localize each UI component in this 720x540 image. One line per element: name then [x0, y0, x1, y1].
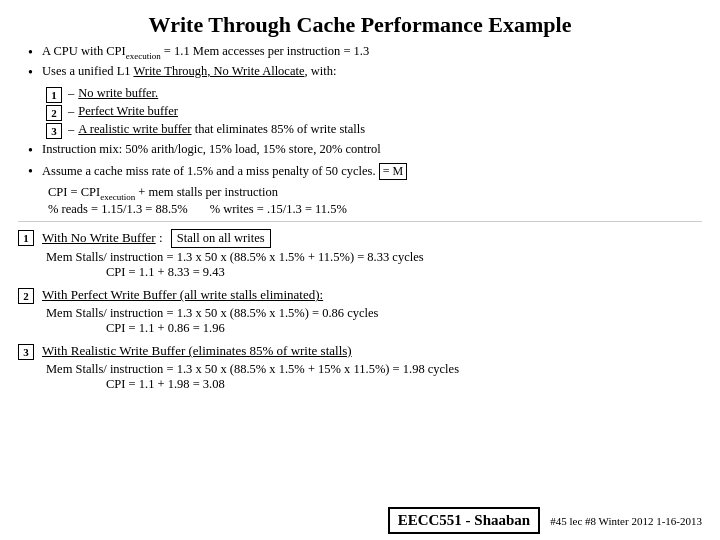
page: { "title": "Write Through Cache Performa… — [0, 0, 720, 540]
section-1-line-2: CPI = 1.1 + 8.33 = 9.43 — [106, 265, 702, 280]
bullet-4: • Assume a cache miss rate of 1.5% and a… — [28, 163, 702, 181]
m-box: = M — [379, 163, 407, 180]
numbered-item-1: 1 – No write buffer. — [46, 86, 702, 103]
footer: EECC551 - Shaaban #45 lec #8 Winter 2012… — [388, 507, 702, 534]
section-1: 1 With No Write Buffer : Stall on all wr… — [18, 229, 702, 280]
numbered-item-3: 3 – A realistic write buffer that elimin… — [46, 122, 702, 139]
section-2: 2 With Perfect Write Buffer (all write s… — [18, 287, 702, 336]
bullet-3: • Instruction mix: 50% arith/logic, 15% … — [28, 142, 702, 160]
section-2-line-2: CPI = 1.1 + 0.86 = 1.96 — [106, 321, 702, 336]
bullet-1: • A CPU with CPIexecution = 1.1 Mem acce… — [28, 44, 702, 62]
section-1-line-1: Mem Stalls/ instruction = 1.3 x 50 x (88… — [46, 250, 702, 265]
stall-box: Stall on all writes — [171, 229, 271, 248]
eecc-label: EECC551 - Shaaban — [388, 507, 541, 534]
formula-reads-writes: % reads = 1.15/1.3 = 88.5% % writes = .1… — [48, 202, 702, 217]
section-3-line-2: CPI = 1.1 + 1.98 = 3.08 — [106, 377, 702, 392]
section-3-line-1: Mem Stalls/ instruction = 1.3 x 50 x (88… — [46, 362, 702, 377]
page-title: Write Through Cache Performance Example — [18, 12, 702, 38]
numbered-item-2: 2 – Perfect Write buffer — [46, 104, 702, 121]
section-2-line-1: Mem Stalls/ instruction = 1.3 x 50 x (88… — [46, 306, 702, 321]
footer-info: #45 lec #8 Winter 2012 1-16-2013 — [550, 515, 702, 527]
bullet-2: • Uses a unified L1 Write Through, No Wr… — [28, 64, 702, 82]
section-3: 3 With Realistic Write Buffer (eliminate… — [18, 343, 702, 392]
numbered-list: 1 – No write buffer. 2 – Perfect Write b… — [46, 86, 702, 139]
formula-cpi: CPI = CPIexecution + mem stalls per inst… — [48, 185, 702, 202]
